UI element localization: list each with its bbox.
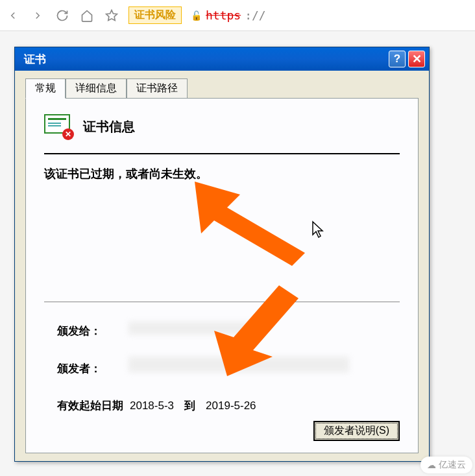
url-scheme: https <box>206 8 241 22</box>
help-button[interactable]: ? <box>389 51 406 67</box>
issued-by-value-redacted <box>128 357 349 372</box>
valid-to-label: 到 <box>184 398 195 413</box>
issuer-statement-button[interactable]: 颁发者说明(S) <box>313 421 400 441</box>
tab-content-general: ✕ 证书信息 该证书已过期，或者尚未生效。 颁发给： 颁发者： 有效起始日期 2… <box>25 98 419 453</box>
dialog-titlebar[interactable]: 证书 ? ✕ <box>15 47 429 71</box>
validity-row: 有效起始日期 2018-5-3 到 2019-5-26 <box>44 398 400 413</box>
home-icon[interactable] <box>79 8 95 23</box>
back-icon[interactable] <box>5 8 21 23</box>
watermark-text: 亿速云 <box>439 459 466 471</box>
svg-marker-0 <box>106 10 117 20</box>
tab-cert-path[interactable]: 证书路径 <box>127 78 188 98</box>
watermark: ☁ 亿速云 <box>420 457 472 473</box>
dialog-body: 常规 详细信息 证书路径 ✕ 证书信息 该证书已过期，或者尚未生效。 颁发给： <box>15 71 429 461</box>
reload-icon[interactable] <box>55 8 70 23</box>
close-button[interactable]: ✕ <box>408 51 425 67</box>
valid-to-date: 2019-5-26 <box>206 399 256 412</box>
valid-from-label: 有效起始日期 <box>57 398 123 413</box>
cloud-icon: ☁ <box>427 460 436 470</box>
tab-details[interactable]: 详细信息 <box>66 78 127 98</box>
tab-bar: 常规 详细信息 证书路径 <box>25 78 419 98</box>
dialog-title: 证书 <box>24 52 46 67</box>
certificate-dialog: 证书 ? ✕ 常规 详细信息 证书路径 ✕ 证书信息 该证书已过期，或者尚未生效… <box>14 47 430 462</box>
lock-broken-icon: 🔓 <box>191 10 202 21</box>
issued-to-value-redacted <box>128 322 258 335</box>
cert-expired-message: 该证书已过期，或者尚未生效。 <box>44 166 400 182</box>
browser-toolbar: 证书风险 🔓 https:// <box>0 0 475 31</box>
certificate-error-icon: ✕ <box>44 114 73 139</box>
cert-risk-badge[interactable]: 证书风险 <box>128 6 182 24</box>
issued-to-label: 颁发给： <box>44 324 128 339</box>
issued-by-label: 颁发者： <box>44 361 128 376</box>
url-display: 🔓 https:// <box>191 8 266 22</box>
valid-from-date: 2018-5-3 <box>130 399 174 412</box>
forward-icon[interactable] <box>30 8 45 23</box>
cert-info-heading: 证书信息 <box>83 118 135 136</box>
star-icon[interactable] <box>104 8 119 23</box>
tab-general[interactable]: 常规 <box>25 78 66 99</box>
